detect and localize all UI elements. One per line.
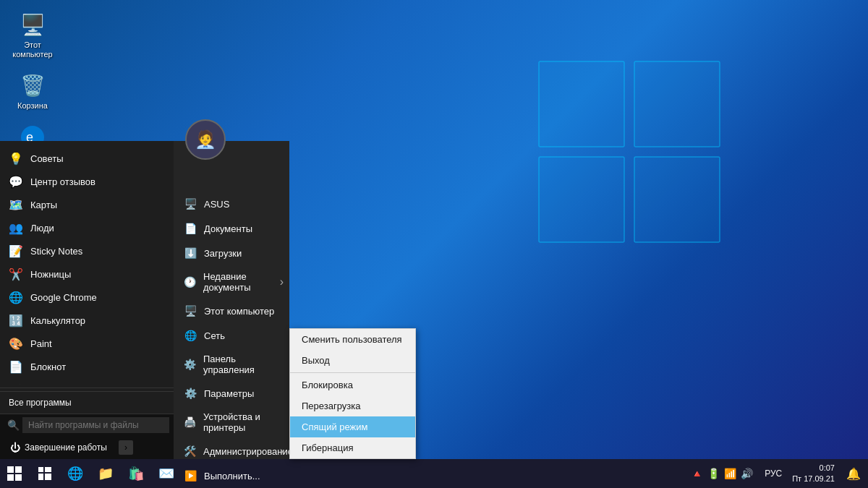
tips-icon: 💡 <box>9 151 23 166</box>
shutdown-restart[interactable]: Перезагрузка <box>290 395 415 416</box>
right-panel-recent-docs[interactable]: 🕐 Недавние документы <box>174 265 289 299</box>
recent-docs-icon: 🕐 <box>184 275 196 288</box>
taskbar-right-area: 🔺 🔋 📶 🔊 РУС 0:07 Пт 17.09.21 🔔 <box>685 459 868 488</box>
tips-label: Советы <box>30 153 63 164</box>
control-panel-icon: ⚙️ <box>184 358 196 371</box>
power-icon: ⏻ <box>10 442 20 453</box>
calculator-icon: 🔢 <box>9 313 23 328</box>
sticky-notes-icon: 📝 <box>9 244 23 258</box>
devices-printers-icon: 🖨️ <box>184 416 196 429</box>
start-menu-item-tips[interactable]: 💡 Советы <box>0 147 174 170</box>
notepad-label: Блокнот <box>30 361 66 372</box>
run-label: Выполнить... <box>204 471 260 481</box>
search-icon: 🔍 <box>4 419 22 431</box>
shutdown-arrow-button[interactable]: › <box>119 440 133 455</box>
start-menu-item-camtasia-recorder[interactable]: 📹 Camtasia Recorder 2021 <box>0 378 174 385</box>
svg-rect-12 <box>7 474 14 481</box>
documents-icon: 📄 <box>184 222 197 235</box>
right-panel-settings[interactable]: ⚙️ Параметры <box>174 381 289 406</box>
camtasia-recorder-label: Camtasia Recorder 2021 <box>30 385 135 385</box>
recent-docs-label: Недавние документы <box>203 271 279 293</box>
shutdown-lock[interactable]: Блокировка <box>290 374 415 395</box>
right-panel-this-computer[interactable]: 🖥️ Этот компьютер <box>174 299 289 323</box>
start-menu-item-feedback[interactable]: 💬 Центр отзывов <box>0 170 174 193</box>
desktop-icon-this-computer[interactable]: 🖥️ Этот компьютер <box>7 7 58 62</box>
taskbar-battery-icon[interactable]: 🔋 <box>706 466 721 481</box>
taskbar-language[interactable]: РУС <box>762 468 785 479</box>
devices-printers-label: Устройства и принтеры <box>203 411 279 433</box>
taskbar-clock[interactable]: 0:07 Пт 17.09.21 <box>788 463 839 485</box>
right-panel-downloads[interactable]: ⬇️ Загрузки <box>174 241 289 265</box>
shutdown-button[interactable]: ⏻ Завершение работы <box>4 439 113 456</box>
all-programs-button[interactable]: Все программы <box>6 396 168 409</box>
people-icon: 👥 <box>9 221 23 235</box>
taskbar-edge[interactable]: 🌐 <box>61 459 90 488</box>
downloads-icon: ⬇️ <box>184 247 197 260</box>
camtasia-recorder-icon: 📹 <box>9 382 23 385</box>
svg-rect-11 <box>15 466 22 473</box>
shutdown-switch-user[interactable]: Сменить пользователя <box>290 329 415 350</box>
start-menu-item-notepad[interactable]: 📄 Блокнот <box>0 355 174 378</box>
shutdown-hibernate[interactable]: Гибернация <box>290 437 415 458</box>
svg-rect-13 <box>15 474 22 481</box>
shutdown-sleep[interactable]: Спящий режим <box>290 416 415 437</box>
start-menu-bottom: Все программы <box>0 391 174 414</box>
start-menu-item-sticky-notes[interactable]: 📝 Sticky Notes <box>0 239 174 262</box>
taskbar-file-explorer[interactable]: 📁 <box>91 459 120 488</box>
right-panel-documents[interactable]: 📄 Документы <box>174 216 289 241</box>
start-button[interactable] <box>0 459 29 488</box>
desktop-icons: 🖥️ Этот компьютер 🗑️ Корзина e <box>7 7 58 156</box>
user-avatar[interactable]: 🧑‍💼 <box>185 119 226 160</box>
desktop-icon-recycle-bin[interactable]: 🗑️ Корзина <box>7 68 58 114</box>
right-panel-network[interactable]: 🌐 Сеть <box>174 323 289 348</box>
taskbar-notification-button[interactable]: 🔔 <box>842 459 865 488</box>
taskbar-time: 0:07 <box>792 463 835 474</box>
maps-label: Карты <box>30 200 57 210</box>
svg-rect-4 <box>539 61 624 147</box>
svg-rect-5 <box>634 61 720 147</box>
notepad-icon: 📄 <box>9 359 23 374</box>
recycle-bin-label: Корзина <box>17 101 48 111</box>
desktop: 🖥️ Этот компьютер 🗑️ Корзина e 💡 Советы … <box>0 0 868 488</box>
shutdown-label: Завершение работы <box>25 442 107 453</box>
right-panel-run[interactable]: ▶️ Выполнить... <box>174 463 289 488</box>
taskbar-store[interactable]: 🛍️ <box>122 459 150 488</box>
network-icon: 🌐 <box>184 329 197 342</box>
svg-rect-17 <box>45 474 51 480</box>
start-menu-item-paint[interactable]: 🎨 Paint <box>0 332 174 355</box>
scissors-label: Ножницы <box>30 269 71 280</box>
paint-icon: 🎨 <box>9 336 23 351</box>
admin-label: Администрирование <box>203 446 293 457</box>
shutdown-submenu: Сменить пользователя Выход Блокировка Пе… <box>289 328 416 459</box>
this-computer-right-icon: 🖥️ <box>184 304 197 317</box>
start-menu-item-maps[interactable]: 🗺️ Карты <box>0 193 174 216</box>
taskbar-task-view[interactable] <box>30 459 59 488</box>
start-menu: 💡 Советы 💬 Центр отзывов 🗺️ Карты 👥 Люди… <box>0 141 174 459</box>
start-menu-divider <box>0 388 174 388</box>
taskbar-sys-icons: 🔺 🔋 📶 🔊 <box>685 466 759 481</box>
asus-icon: 🖥️ <box>184 197 197 210</box>
taskbar-volume-icon[interactable]: 🔊 <box>739 466 754 481</box>
control-panel-label: Панель управления <box>203 354 279 375</box>
start-search-input[interactable] <box>22 417 169 433</box>
taskbar-network-icon[interactable]: 📶 <box>723 466 738 481</box>
right-panel-devices-printers[interactable]: 🖨️ Устройства и принтеры <box>174 406 289 439</box>
right-panel-admin[interactable]: 🛠️ Администрирование <box>174 439 289 463</box>
taskbar-date: Пт 17.09.21 <box>792 474 835 484</box>
chrome-label: Google Chrome <box>30 292 97 303</box>
start-menu-item-chrome[interactable]: 🌐 Google Chrome <box>0 286 174 309</box>
run-icon: ▶️ <box>184 469 197 482</box>
right-panel-control-panel[interactable]: ⚙️ Панель управления <box>174 348 289 381</box>
shutdown-logout[interactable]: Выход <box>290 350 415 371</box>
people-label: Люди <box>30 223 54 234</box>
start-menu-items-list: 💡 Советы 💬 Центр отзывов 🗺️ Карты 👥 Люди… <box>0 141 174 385</box>
start-menu-item-people[interactable]: 👥 Люди <box>0 216 174 239</box>
right-panel-asus[interactable]: 🖥️ ASUS <box>174 192 289 216</box>
start-menu-item-scissors[interactable]: ✂️ Ножницы <box>0 262 174 286</box>
taskbar: 🌐 📁 🛍️ ✉️ 🔺 🔋 📶 🔊 РУС 0:07 Пт 17.09.21 🔔 <box>0 459 868 488</box>
taskbar-expand-icon[interactable]: 🔺 <box>689 466 705 481</box>
start-menu-item-calculator[interactable]: 🔢 Калькулятор <box>0 309 174 332</box>
svg-rect-7 <box>634 157 720 242</box>
shutdown-submenu-divider <box>290 372 415 373</box>
svg-rect-14 <box>38 467 43 472</box>
